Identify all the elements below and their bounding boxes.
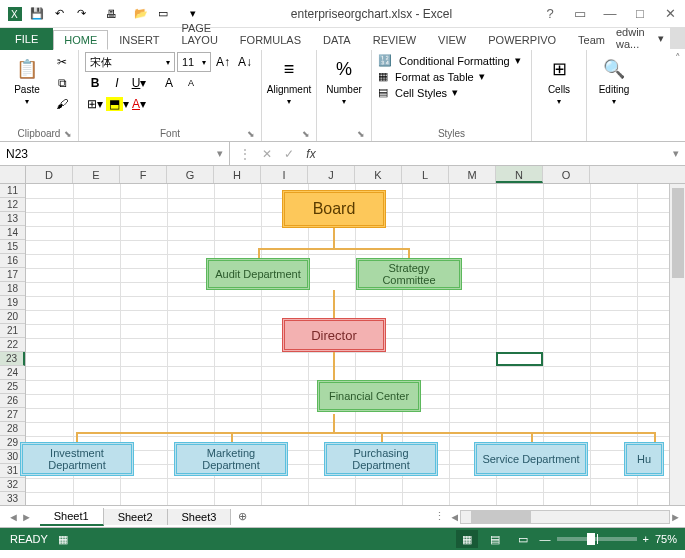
undo-icon[interactable]: ↶ [50, 5, 68, 23]
open-icon[interactable]: 📂 [132, 5, 150, 23]
format-painter-icon[interactable]: 🖌 [52, 94, 72, 114]
col-header-F[interactable]: F [120, 166, 167, 183]
normal-view-icon[interactable]: ▦ [456, 530, 478, 548]
row-header-33[interactable]: 33 [0, 492, 25, 506]
row-header-18[interactable]: 18 [0, 282, 25, 296]
tab-page-layout[interactable]: PAGE LAYOU [170, 18, 228, 50]
sheet-nav-prev-icon[interactable]: ◄ [8, 511, 19, 523]
row-header-14[interactable]: 14 [0, 226, 25, 240]
node-financial[interactable]: Financial Center [317, 380, 421, 412]
close-icon[interactable]: ✕ [655, 3, 685, 25]
row-header-28[interactable]: 28 [0, 422, 25, 436]
row-header-24[interactable]: 24 [0, 366, 25, 380]
horizontal-scrollbar[interactable]: ⋮ ◄ ► [253, 510, 685, 524]
row-header-26[interactable]: 26 [0, 394, 25, 408]
row-header-23[interactable]: 23 [0, 352, 25, 366]
fx-more-icon[interactable]: ⋮ [234, 144, 256, 164]
node-service[interactable]: Service Department [474, 442, 588, 476]
page-layout-view-icon[interactable]: ▤ [484, 530, 506, 548]
col-header-M[interactable]: M [449, 166, 496, 183]
copy-icon[interactable]: ⧉ [52, 73, 72, 93]
row-header-16[interactable]: 16 [0, 254, 25, 268]
border-button[interactable]: ⊞▾ [85, 94, 105, 114]
fx-icon[interactable]: fx [300, 144, 322, 164]
tab-data[interactable]: DATA [312, 30, 362, 50]
col-header-E[interactable]: E [73, 166, 120, 183]
node-investment[interactable]: Investment Department [20, 442, 134, 476]
save-icon[interactable]: 💾 [28, 5, 46, 23]
clipboard-launcher-icon[interactable]: ⬊ [64, 129, 72, 139]
decrease-font-icon[interactable]: A↓ [235, 52, 255, 72]
row-header-13[interactable]: 13 [0, 212, 25, 226]
tab-powerpivot[interactable]: POWERPIVO [477, 30, 567, 50]
number-button[interactable]: % Number ▾ [323, 52, 365, 106]
row-header-22[interactable]: 22 [0, 338, 25, 352]
row-header-17[interactable]: 17 [0, 268, 25, 282]
node-purchasing[interactable]: Purchasing Department [324, 442, 438, 476]
sheet-tab-1[interactable]: Sheet1 [40, 508, 104, 526]
cell-styles-button[interactable]: ▤ Cell Styles ▾ [378, 86, 521, 99]
sheet-tab-2[interactable]: Sheet2 [104, 509, 168, 525]
node-marketing[interactable]: Marketing Department [174, 442, 288, 476]
row-header-19[interactable]: 19 [0, 296, 25, 310]
cut-icon[interactable]: ✂ [52, 52, 72, 72]
add-sheet-icon[interactable]: ⊕ [231, 510, 253, 523]
row-header-15[interactable]: 15 [0, 240, 25, 254]
user-name[interactable]: edwin wa... [616, 26, 652, 50]
row-header-32[interactable]: 32 [0, 478, 25, 492]
format-as-table-button[interactable]: ▦ Format as Table ▾ [378, 70, 521, 83]
collapse-ribbon-icon[interactable]: ˄ [671, 50, 685, 141]
sheet-nav-next-icon[interactable]: ► [21, 511, 32, 523]
cells-area[interactable]: Board Audit Department Strategy Committe… [26, 184, 685, 506]
conditional-formatting-button[interactable]: 🔢 Conditional Formatting ▾ [378, 54, 521, 67]
font-icon[interactable]: A [159, 73, 179, 93]
select-all-corner[interactable] [0, 166, 26, 183]
tab-view[interactable]: VIEW [427, 30, 477, 50]
node-board[interactable]: Board [282, 190, 386, 228]
tab-team[interactable]: Team [567, 30, 616, 50]
zoom-level[interactable]: 75% [655, 533, 677, 545]
row-header-21[interactable]: 21 [0, 324, 25, 338]
increase-font-icon[interactable]: A↑ [213, 52, 233, 72]
alignment-launcher-icon[interactable]: ⬊ [302, 129, 310, 139]
font-grow-icon[interactable]: A [181, 73, 201, 93]
paste-button[interactable]: 📋 Paste ▾ [6, 52, 48, 106]
row-header-20[interactable]: 20 [0, 310, 25, 324]
vertical-scrollbar[interactable] [669, 184, 685, 505]
node-hu[interactable]: Hu [624, 442, 664, 476]
alignment-button[interactable]: ≡ Alignment ▾ [268, 52, 310, 106]
col-header-G[interactable]: G [167, 166, 214, 183]
font-name-select[interactable]: 宋体▾ [85, 52, 175, 72]
italic-button[interactable]: I [107, 73, 127, 93]
col-header-K[interactable]: K [355, 166, 402, 183]
underline-button[interactable]: U▾ [129, 73, 149, 93]
col-header-L[interactable]: L [402, 166, 449, 183]
cells-button[interactable]: ⊞ Cells ▾ [538, 52, 580, 106]
zoom-slider[interactable] [557, 537, 637, 541]
worksheet-grid[interactable]: DEFGHIJKLMNO 111213141516171819202122232… [0, 166, 685, 506]
col-header-O[interactable]: O [543, 166, 590, 183]
node-director[interactable]: Director [282, 318, 386, 352]
col-header-H[interactable]: H [214, 166, 261, 183]
row-header-27[interactable]: 27 [0, 408, 25, 422]
editing-button[interactable]: 🔍 Editing ▾ [593, 52, 635, 106]
zoom-out-icon[interactable]: — [540, 533, 551, 545]
user-dropdown-icon[interactable]: ▾ [658, 32, 664, 45]
font-color-button[interactable]: A▾ [129, 94, 149, 114]
cancel-formula-icon[interactable]: ✕ [256, 144, 278, 164]
expand-formula-icon[interactable]: ▾ [667, 147, 685, 160]
redo-icon[interactable]: ↷ [72, 5, 90, 23]
avatar[interactable] [670, 27, 685, 49]
tab-formulas[interactable]: FORMULAS [229, 30, 312, 50]
number-launcher-icon[interactable]: ⬊ [357, 129, 365, 139]
macro-icon[interactable]: ▦ [58, 533, 68, 546]
font-launcher-icon[interactable]: ⬊ [247, 129, 255, 139]
row-header-25[interactable]: 25 [0, 380, 25, 394]
page-break-view-icon[interactable]: ▭ [512, 530, 534, 548]
name-box[interactable]: ▾ [0, 142, 230, 165]
col-header-J[interactable]: J [308, 166, 355, 183]
help-icon[interactable]: ? [535, 3, 565, 25]
print-preview-icon[interactable]: 🖶 [102, 5, 120, 23]
col-header-D[interactable]: D [26, 166, 73, 183]
row-header-11[interactable]: 11 [0, 184, 25, 198]
